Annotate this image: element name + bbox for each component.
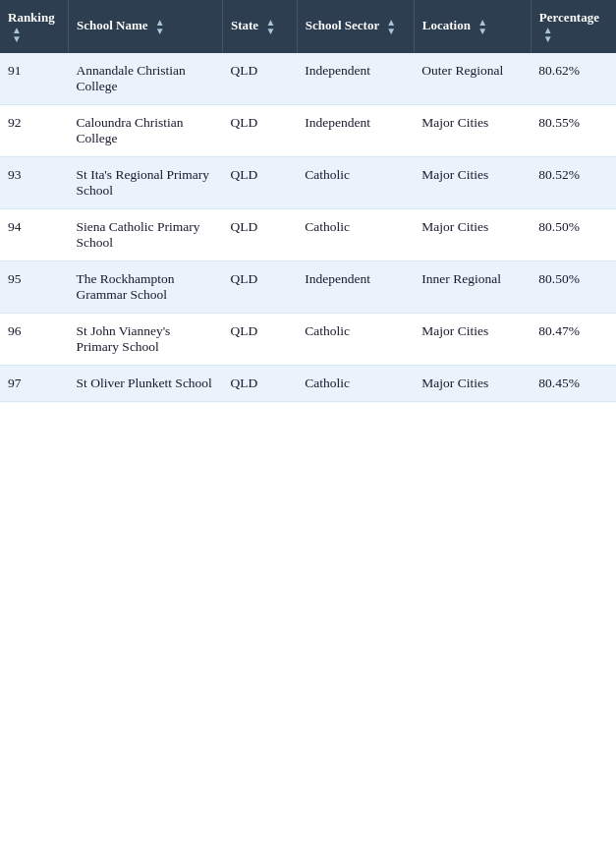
header-sector[interactable]: School Sector ▲▼: [297, 0, 414, 53]
sort-icon-percentage[interactable]: ▲▼: [543, 26, 553, 43]
cell-state: QLD: [222, 209, 297, 261]
header-percentage[interactable]: Percentage ▲▼: [531, 0, 616, 53]
cell-ranking: 97: [0, 366, 69, 402]
cell-ranking: 93: [0, 157, 69, 209]
cell-sector: Catholic: [297, 314, 414, 366]
cell-location: Major Cities: [414, 366, 531, 402]
cell-location: Major Cities: [414, 157, 531, 209]
table-row: 95The Rockhampton Grammar SchoolQLDIndep…: [0, 261, 616, 314]
sort-icon-name[interactable]: ▲▼: [155, 18, 165, 35]
cell-name: St John Vianney's Primary School: [69, 314, 223, 366]
cell-state: QLD: [222, 157, 297, 209]
cell-percentage: 80.50%: [531, 261, 616, 314]
cell-percentage: 80.47%: [531, 314, 616, 366]
cell-location: Inner Regional: [414, 261, 531, 314]
cell-ranking: 92: [0, 105, 69, 157]
table-row: 96St John Vianney's Primary SchoolQLDCat…: [0, 314, 616, 366]
cell-percentage: 80.55%: [531, 105, 616, 157]
cell-name: St Ita's Regional Primary School: [69, 157, 223, 209]
cell-ranking: 91: [0, 53, 69, 105]
table-row: 91Annandale Christian CollegeQLDIndepend…: [0, 53, 616, 105]
header-state[interactable]: State ▲▼: [222, 0, 297, 53]
header-location[interactable]: Location ▲▼: [414, 0, 531, 53]
header-school-name[interactable]: School Name ▲▼: [69, 0, 223, 53]
table-row: 94Siena Catholic Primary SchoolQLDCathol…: [0, 209, 616, 261]
cell-name: Caloundra Christian College: [69, 105, 223, 157]
cell-percentage: 80.50%: [531, 209, 616, 261]
cell-name: The Rockhampton Grammar School: [69, 261, 223, 314]
cell-sector: Independent: [297, 105, 414, 157]
cell-state: QLD: [222, 105, 297, 157]
cell-location: Outer Regional: [414, 53, 531, 105]
cell-sector: Catholic: [297, 209, 414, 261]
table-row: 92Caloundra Christian CollegeQLDIndepend…: [0, 105, 616, 157]
cell-state: QLD: [222, 53, 297, 105]
cell-name: St Oliver Plunkett School: [69, 366, 223, 402]
cell-location: Major Cities: [414, 314, 531, 366]
cell-ranking: 96: [0, 314, 69, 366]
rankings-table: Ranking ▲▼ School Name ▲▼ State ▲▼: [0, 0, 616, 402]
header-ranking[interactable]: Ranking ▲▼: [0, 0, 69, 53]
cell-location: Major Cities: [414, 209, 531, 261]
cell-sector: Independent: [297, 261, 414, 314]
sort-icon-ranking[interactable]: ▲▼: [12, 26, 22, 43]
sort-icon-sector[interactable]: ▲▼: [386, 18, 396, 35]
cell-percentage: 80.45%: [531, 366, 616, 402]
table-header-row: Ranking ▲▼ School Name ▲▼ State ▲▼: [0, 0, 616, 53]
cell-state: QLD: [222, 366, 297, 402]
cell-sector: Catholic: [297, 366, 414, 402]
cell-location: Major Cities: [414, 105, 531, 157]
sort-icon-location[interactable]: ▲▼: [477, 18, 487, 35]
cell-ranking: 95: [0, 261, 69, 314]
cell-name: Annandale Christian College: [69, 53, 223, 105]
cell-ranking: 94: [0, 209, 69, 261]
cell-name: Siena Catholic Primary School: [69, 209, 223, 261]
cell-state: QLD: [222, 314, 297, 366]
cell-percentage: 80.62%: [531, 53, 616, 105]
table-container: Ranking ▲▼ School Name ▲▼ State ▲▼: [0, 0, 616, 402]
cell-sector: Independent: [297, 53, 414, 105]
table-row: 97St Oliver Plunkett SchoolQLDCatholicMa…: [0, 366, 616, 402]
table-row: 93St Ita's Regional Primary SchoolQLDCat…: [0, 157, 616, 209]
cell-state: QLD: [222, 261, 297, 314]
sort-icon-state[interactable]: ▲▼: [265, 18, 275, 35]
cell-percentage: 80.52%: [531, 157, 616, 209]
cell-sector: Catholic: [297, 157, 414, 209]
